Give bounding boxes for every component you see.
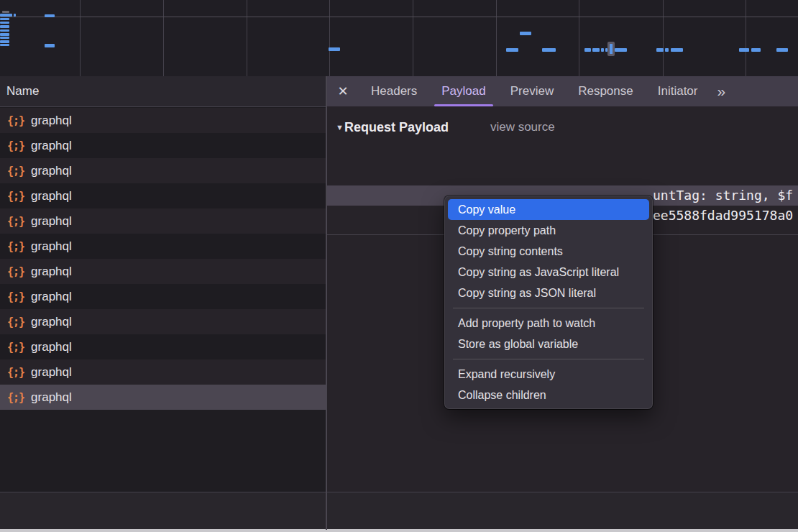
overview-gridline	[329, 0, 330, 76]
request-row[interactable]: {;}graphql	[0, 234, 326, 259]
json-braces-icon: {;}	[0, 341, 31, 354]
request-row[interactable]: {;}graphql	[0, 183, 326, 208]
json-braces-icon: {;}	[0, 316, 31, 329]
overview-gridline	[663, 0, 664, 76]
view-source-link[interactable]: view source	[490, 120, 555, 134]
waterfall-bar	[0, 14, 12, 17]
menu-item-collapse-children[interactable]: Collapse children	[448, 385, 649, 405]
waterfall-bar	[615, 48, 627, 52]
request-row[interactable]: {;}graphql	[0, 108, 326, 133]
waterfall-bar	[14, 14, 16, 17]
overview-gridline	[413, 0, 413, 76]
waterfall-bar	[0, 44, 9, 46]
waterfall-bar	[329, 47, 340, 51]
waterfall-bar	[739, 48, 749, 52]
menu-item-copy-property-path[interactable]: Copy property path	[448, 220, 649, 241]
tabs-container: HeadersPayloadPreviewResponseInitiator	[359, 76, 710, 106]
tree-row-root[interactable]: ▼ {operationName: "ipFlowTimeseries", va…	[327, 145, 798, 165]
request-row[interactable]: {;}graphql	[0, 385, 326, 410]
devtools-network-panel: Name {;}graphql{;}graphql{;}graphql{;}gr…	[0, 0, 798, 532]
request-row[interactable]: {;}graphql	[0, 359, 326, 385]
request-row[interactable]: {;}graphql	[0, 309, 326, 334]
request-row[interactable]: {;}graphql	[0, 259, 326, 284]
collapse-triangle-icon: ▼	[336, 123, 344, 132]
selected-request-marker	[607, 42, 615, 56]
request-row[interactable]: {;}graphql	[0, 334, 326, 359]
waterfall-bar	[601, 48, 604, 52]
waterfall-bar	[0, 37, 9, 39]
requests-panel: Name {;}graphql{;}graphql{;}graphql{;}gr…	[0, 76, 326, 492]
json-braces-icon: {;}	[0, 165, 31, 178]
waterfall-bar	[671, 48, 683, 52]
json-braces-icon: {;}	[0, 391, 31, 404]
json-braces-icon: {;}	[0, 190, 31, 203]
tab-initiator[interactable]: Initiator	[646, 76, 710, 106]
name-column-label: Name	[0, 84, 39, 98]
menu-separator	[453, 308, 644, 308]
waterfall-bar	[592, 48, 600, 52]
property-value-continuation: ee5588fdad995178a0	[653, 206, 793, 226]
json-braces-icon: {;}	[0, 265, 31, 278]
request-row[interactable]: {;}graphql	[0, 133, 326, 158]
menu-item-add-property-path-to-watch[interactable]: Add property path to watch	[448, 313, 649, 334]
menu-item-copy-string-contents[interactable]: Copy string contents	[448, 241, 649, 262]
request-list: {;}graphql{;}graphql{;}graphql{;}graphql…	[0, 108, 326, 410]
waterfall-bar	[584, 48, 591, 52]
json-braces-icon: {;}	[0, 240, 31, 253]
menu-item-store-as-global-variable[interactable]: Store as global variable	[448, 334, 649, 354]
waterfall-bar	[0, 29, 9, 32]
network-overview-strip[interactable]	[0, 0, 798, 77]
overview-gridline	[247, 0, 247, 76]
request-name: graphql	[31, 139, 72, 153]
overview-gridline	[80, 0, 81, 76]
waterfall-bar	[506, 48, 518, 52]
context-menu: Copy valueCopy property pathCopy string …	[444, 196, 653, 409]
request-name: graphql	[31, 340, 72, 354]
json-braces-icon: {;}	[0, 215, 31, 228]
request-row[interactable]: {;}graphql	[0, 158, 326, 183]
menu-item-copy-value[interactable]: Copy value	[448, 199, 649, 220]
tab-payload[interactable]: Payload	[429, 76, 497, 106]
request-name: graphql	[31, 239, 72, 254]
more-tabs-icon[interactable]: »	[710, 76, 735, 106]
panel-split-divider[interactable]	[326, 76, 327, 530]
request-name: graphql	[31, 365, 72, 380]
name-column-header[interactable]: Name	[0, 76, 326, 107]
request-payload-section-header[interactable]: ▼ Request Payload view source	[336, 117, 555, 137]
request-row[interactable]: {;}graphql	[0, 208, 326, 234]
waterfall-bar	[520, 32, 531, 35]
json-braces-icon: {;}	[0, 366, 31, 379]
menu-separator	[453, 359, 644, 359]
menu-item-copy-string-as-json-literal[interactable]: Copy string as JSON literal	[448, 283, 649, 303]
json-braces-icon: {;}	[0, 139, 31, 152]
waterfall-bar	[751, 48, 761, 52]
waterfall-bar	[665, 48, 669, 52]
section-title: Request Payload	[344, 120, 449, 135]
waterfall-bar	[0, 18, 9, 20]
menu-item-expand-recursively[interactable]: Expand recursively	[448, 364, 649, 385]
tab-response[interactable]: Response	[566, 76, 646, 106]
waterfall-bar	[45, 14, 55, 17]
waterfall-bar	[0, 33, 9, 36]
overview-gridline	[163, 0, 164, 76]
request-name: graphql	[31, 114, 72, 128]
tab-preview[interactable]: Preview	[498, 76, 566, 106]
details-tab-bar: ✕ HeadersPayloadPreviewResponseInitiator…	[327, 76, 798, 106]
json-braces-icon: {;}	[0, 114, 31, 127]
waterfall-bar	[0, 25, 9, 28]
overview-gridline	[746, 0, 746, 76]
footer-area	[0, 492, 798, 529]
request-name: graphql	[31, 315, 72, 329]
tree-row-operation-name[interactable]: operationName: "ipFlowTimeseries"	[327, 165, 798, 185]
overview-horizontal-line	[0, 17, 798, 17]
waterfall-bar	[45, 44, 55, 47]
waterfall-bar	[776, 48, 788, 52]
close-icon[interactable]: ✕	[327, 76, 359, 106]
menu-item-copy-string-as-javascript-literal[interactable]: Copy string as JavaScript literal	[448, 262, 649, 283]
json-braces-icon: {;}	[0, 290, 31, 303]
property-value-continuation: untTag: string, $f	[653, 185, 793, 206]
waterfall-bar	[0, 22, 9, 24]
waterfall-bar	[656, 48, 664, 52]
tab-headers[interactable]: Headers	[359, 76, 429, 106]
request-row[interactable]: {;}graphql	[0, 284, 326, 309]
